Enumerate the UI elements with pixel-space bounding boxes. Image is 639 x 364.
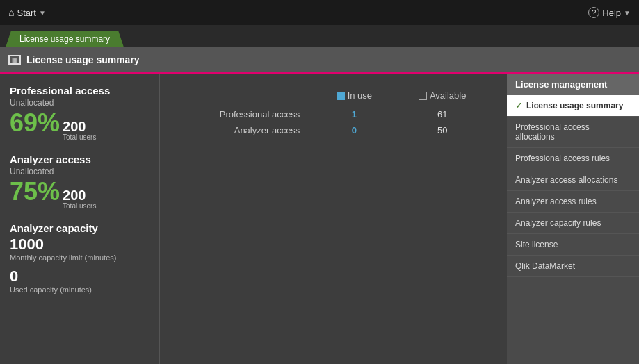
- professional-percent: 69%: [10, 110, 60, 135]
- tab-bar: License usage summary: [0, 25, 639, 47]
- sidebar-item-label: Analyzer access allocations: [515, 175, 617, 185]
- analyzer-total-block: 200 Total users: [63, 188, 96, 210]
- professional-percent-row: 69% 200 Total users: [10, 110, 149, 144]
- row-label: Professional access: [177, 106, 314, 122]
- capacity-label: Monthly capacity limit (minutes): [10, 254, 149, 262]
- professional-total-block: 200 Total users: [63, 119, 96, 141]
- professional-total-num: 200: [63, 119, 96, 133]
- license-usage-tab[interactable]: License usage summary: [6, 31, 124, 47]
- analyzer-capacity-title: Analyzer capacity: [10, 222, 149, 234]
- home-icon: ⌂: [8, 7, 14, 18]
- used-label: Used capacity (minutes): [10, 286, 149, 294]
- analyzer-access-section: Analyzer access Unallocated 75% 200 Tota…: [10, 154, 149, 213]
- analyzer-total-num: 200: [63, 188, 96, 202]
- used-value: 0: [10, 267, 149, 286]
- sidebar-item-label: License usage summary: [526, 101, 623, 110]
- table-row: Analyzer access 0 50: [177, 122, 490, 138]
- inuse-header-label: In use: [348, 90, 372, 101]
- start-chevron-icon: ▼: [39, 9, 46, 17]
- th-inuse: In use: [314, 88, 394, 106]
- sidebar-header: License management: [507, 74, 639, 95]
- check-mark-icon: ✓: [515, 101, 522, 110]
- sidebar-item-4[interactable]: Analyzer access rules: [507, 191, 639, 213]
- nav-right: ? Help ▼: [588, 7, 631, 18]
- sidebar-item-3[interactable]: Analyzer access allocations: [507, 169, 639, 191]
- sidebar-item-1[interactable]: Professional access allocations: [507, 117, 639, 148]
- sidebar-item-label: Analyzer access rules: [515, 197, 597, 206]
- sidebar-item-2[interactable]: Professional access rules: [507, 148, 639, 169]
- sidebar-item-label: Professional access rules: [515, 154, 610, 163]
- capacity-value: 1000: [10, 235, 149, 254]
- help-chevron-icon: ▼: [624, 9, 631, 17]
- right-sidebar: License management ✓License usage summar…: [507, 74, 639, 364]
- table-row: Professional access 1 61: [177, 106, 490, 122]
- row-label: Analyzer access: [177, 122, 314, 138]
- page-title: License usage summary: [26, 54, 140, 65]
- professional-access-title: Professional access: [10, 85, 149, 97]
- professional-access-section: Professional access Unallocated 69% 200 …: [10, 85, 149, 144]
- th-empty: [177, 88, 314, 106]
- start-nav-item[interactable]: ⌂ Start ▼: [8, 7, 46, 18]
- analyzer-access-title: Analyzer access: [10, 154, 149, 165]
- sidebar-item-6[interactable]: Site license: [507, 234, 639, 256]
- available-color-box: [419, 92, 427, 100]
- professional-total-label: Total users: [63, 133, 96, 141]
- sidebar-item-label: Qlik DataMarket: [515, 261, 575, 271]
- nav-left: ⌂ Start ▼: [8, 7, 46, 18]
- help-circle-icon: ?: [588, 7, 599, 18]
- sidebar-item-label: Professional access allocations: [515, 122, 631, 142]
- start-label: Start: [17, 8, 35, 18]
- usage-table: In use Available Professional access 1 6…: [177, 88, 490, 138]
- center-panel: In use Available Professional access 1 6…: [160, 74, 507, 364]
- sidebar-items-container: ✓License usage summaryProfessional acces…: [507, 95, 639, 277]
- professional-access-subtitle: Unallocated: [10, 98, 149, 108]
- top-nav: ⌂ Start ▼ ? Help ▼: [0, 0, 639, 25]
- analyzer-percent: 75%: [10, 179, 60, 204]
- analyzer-percent-row: 75% 200 Total users: [10, 179, 149, 213]
- sidebar-item-label: Analyzer capacity rules: [515, 218, 601, 228]
- sidebar-item-7[interactable]: Qlik DataMarket: [507, 256, 639, 277]
- sidebar-item-5[interactable]: Analyzer capacity rules: [507, 213, 639, 234]
- tab-label: License usage summary: [19, 34, 110, 44]
- row-inuse: 1: [314, 106, 394, 122]
- th-available: Available: [394, 88, 490, 106]
- sidebar-item-label: Site license: [515, 240, 558, 249]
- table-header-row: In use Available: [177, 88, 490, 106]
- help-nav-item[interactable]: ? Help ▼: [588, 7, 631, 18]
- analyzer-access-subtitle: Unallocated: [10, 167, 149, 176]
- sidebar-item-0[interactable]: ✓License usage summary: [507, 95, 639, 117]
- left-panel: Professional access Unallocated 69% 200 …: [0, 74, 160, 364]
- page-header: ▦ License usage summary: [0, 47, 639, 74]
- analyzer-capacity-section: Analyzer capacity 1000 Monthly capacity …: [10, 222, 149, 294]
- row-available: 50: [394, 122, 490, 138]
- page-header-icon: ▦: [8, 55, 21, 65]
- analyzer-total-label: Total users: [63, 202, 96, 210]
- available-header-label: Available: [430, 90, 467, 101]
- main-layout: Professional access Unallocated 69% 200 …: [0, 74, 639, 364]
- help-label: Help: [602, 8, 621, 18]
- row-inuse: 0: [314, 122, 394, 138]
- row-available: 61: [394, 106, 490, 122]
- inuse-color-box: [337, 92, 345, 100]
